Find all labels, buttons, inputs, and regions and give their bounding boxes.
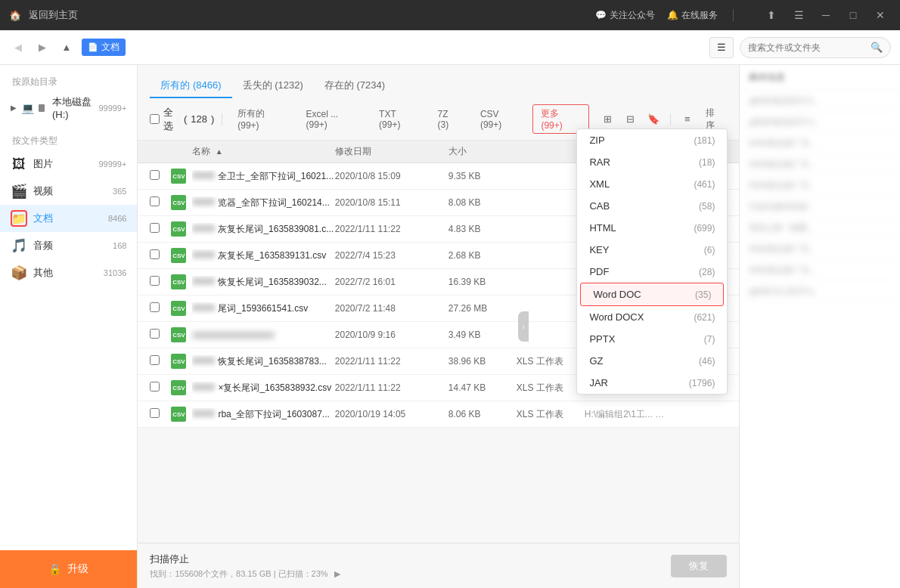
minimize-btn[interactable]: ─ <box>815 5 836 26</box>
breadcrumb-tag: 📄 文档 <box>82 39 126 56</box>
file-size: 4.83 KB <box>448 224 517 234</box>
window-controls: ⬆ ☰ ─ □ ✕ <box>761 5 891 26</box>
filter-7z[interactable]: 7Z (3) <box>430 107 468 132</box>
row-checkbox[interactable] <box>150 223 160 233</box>
nav-forward-btn[interactable]: ▶ <box>33 39 51 57</box>
bookmark-view-btn[interactable]: 🔖 <box>644 111 663 128</box>
row-checkbox[interactable] <box>150 329 160 339</box>
row-checkbox[interactable] <box>150 197 160 206</box>
sidebar-item-images[interactable]: 🖼 图片 99999+ <box>0 150 137 178</box>
filter-csv[interactable]: CSV (99+) <box>473 107 529 132</box>
nav-menu-btn[interactable]: ☰ <box>709 37 734 58</box>
list-view-btn[interactable]: ⊟ <box>621 111 639 128</box>
menu-btn[interactable]: ☰ <box>788 5 809 26</box>
table-row[interactable]: CSV rba_全部下拉词_1603087... 2020/10/19 14:0… <box>138 401 739 428</box>
dropdown-jar[interactable]: JAR (1796) <box>577 372 727 394</box>
row-checkbox[interactable] <box>150 382 160 391</box>
file-name: 灰复长尾_1635839131.csv <box>192 249 334 262</box>
row-checkbox[interactable] <box>150 170 160 180</box>
filter-all[interactable]: 所有的 (99+) <box>230 105 293 133</box>
dropdown-xml[interactable]: XML (461) <box>577 173 727 195</box>
dropdown-html[interactable]: HTML (699) <box>577 217 727 239</box>
dropdown-gz[interactable]: GZ (46) <box>577 350 727 372</box>
nav-back-btn[interactable]: ◀ <box>9 39 27 57</box>
divider <box>222 113 222 125</box>
filter-txt[interactable]: TXT (99+) <box>371 107 425 132</box>
sidebar-item-docs[interactable]: 📁 文档 8466 <box>0 205 137 232</box>
sidebar-item-other[interactable]: 📦 其他 31036 <box>0 259 137 286</box>
header-date[interactable]: 修改日期 <box>335 145 448 158</box>
right-panel: 路径信息 g标签\精品软件\3... g标签\精品软件\3... 0000新品推… <box>739 65 900 588</box>
right-panel-item: g标签\办公软件\e... <box>740 281 900 302</box>
file-icon: CSV <box>171 327 186 342</box>
sidebar-item-audio[interactable]: 🎵 音频 168 <box>0 232 137 259</box>
share-btn[interactable]: ⬆ <box>761 5 782 26</box>
docs-icon: 📁 <box>11 210 27 227</box>
filter-excel[interactable]: Excel ... (99+) <box>299 107 368 132</box>
recover-btn[interactable]: 恢复 <box>671 555 727 577</box>
tab-exist[interactable]: 存在的 (7234) <box>314 74 396 98</box>
other-icon: 📦 <box>11 265 27 281</box>
row-checkbox[interactable] <box>150 302 160 312</box>
right-panel-toggle[interactable]: › <box>518 311 529 342</box>
sidebar-item-count-audio: 168 <box>113 241 126 250</box>
row-checkbox[interactable] <box>150 408 160 418</box>
tab-lost[interactable]: 丢失的 (1232) <box>232 74 314 98</box>
checkbox-all[interactable] <box>150 114 160 124</box>
file-date: 2020/10/19 14:05 <box>335 409 448 419</box>
row-checkbox[interactable] <box>150 355 160 365</box>
file-icon: CSV <box>171 380 186 395</box>
file-name: 恢复长尾词_1635838783... <box>192 355 334 368</box>
sidebar-item-count-videos: 365 <box>113 187 126 196</box>
sidebar-section-type: 按文件类型 <box>0 130 137 150</box>
scan-title: 扫描停止 <box>150 552 662 566</box>
sidebar-disk-item[interactable]: ▶ 💻 本地磁盘(H:) 99999+ <box>0 91 137 124</box>
dropdown-rar[interactable]: RAR (18) <box>577 151 727 173</box>
sidebar-item-label-videos: 视频 <box>33 184 107 198</box>
file-type: XLS 工作表 <box>517 382 585 395</box>
sidebar-item-label-images: 图片 <box>33 157 92 171</box>
follow-btn[interactable]: 💬 关注公众号 <box>595 9 655 22</box>
file-size: 3.49 KB <box>448 330 517 340</box>
main-layout: 按原始目录 ▶ 💻 本地磁盘(H:) 99999+ 按文件类型 🖼 图片 999… <box>0 65 900 588</box>
home-label[interactable]: 返回到主页 <box>29 8 78 22</box>
service-btn[interactable]: 🔔 在线服务 <box>667 9 718 22</box>
right-panel-item: 0000新品推广关... <box>740 133 900 154</box>
tab-all[interactable]: 所有的 (8466) <box>150 74 231 98</box>
dropdown-cab[interactable]: CAB (58) <box>577 195 727 217</box>
play-icon[interactable]: ▶ <box>334 569 340 579</box>
file-size: 9.35 KB <box>448 171 517 181</box>
sidebar-section-original: 按原始目录 <box>0 71 137 91</box>
header-name[interactable]: 名称 ▲ <box>192 145 334 158</box>
search-icon[interactable]: 🔍 <box>871 42 883 53</box>
dropdown-zip[interactable]: ZIP (181) <box>577 129 727 151</box>
file-size: 14.47 KB <box>448 382 517 393</box>
dropdown-pdf[interactable]: PDF (28) <box>577 261 727 283</box>
select-all-checkbox[interactable]: 全选 (128) <box>150 106 214 133</box>
search-input[interactable] <box>748 42 866 53</box>
videos-icon: 🎬 <box>11 183 27 200</box>
grid-view-btn[interactable]: ⊞ <box>598 111 616 128</box>
file-icon: CSV <box>171 221 186 237</box>
file-name: 恢复长尾词_1635839032... <box>192 276 334 289</box>
file-type: XLS 工作表 <box>517 355 585 368</box>
row-checkbox[interactable] <box>150 276 160 286</box>
dropdown-pptx[interactable]: PPTX (7) <box>577 328 727 350</box>
file-size: 8.06 KB <box>448 409 517 419</box>
maximize-btn[interactable]: □ <box>843 5 864 26</box>
file-path: H:\编辑组2\1工... g标签\办公软件\e... <box>585 408 727 421</box>
upgrade-btn[interactable]: 🔒 升级 <box>0 550 137 588</box>
nav-up-btn[interactable]: ▲ <box>57 39 76 57</box>
search-box[interactable]: 🔍 <box>740 37 891 58</box>
right-panel-item: 0000新品推广关... <box>740 239 900 260</box>
file-size: 16.39 KB <box>448 277 517 287</box>
sidebar-item-videos[interactable]: 🎬 视频 365 <box>0 178 137 205</box>
detail-view-btn[interactable]: ≡ <box>678 111 697 128</box>
file-type: XLS 工作表 <box>517 408 585 421</box>
dropdown-word-docx[interactable]: Word DOCX (621) <box>577 306 727 328</box>
dropdown-key[interactable]: KEY (6) <box>577 239 727 261</box>
close-btn[interactable]: ✕ <box>870 5 891 26</box>
row-checkbox[interactable] <box>150 249 160 259</box>
disk-count: 99999+ <box>98 104 126 113</box>
dropdown-word-doc[interactable]: Word DOC (35) <box>580 283 724 306</box>
